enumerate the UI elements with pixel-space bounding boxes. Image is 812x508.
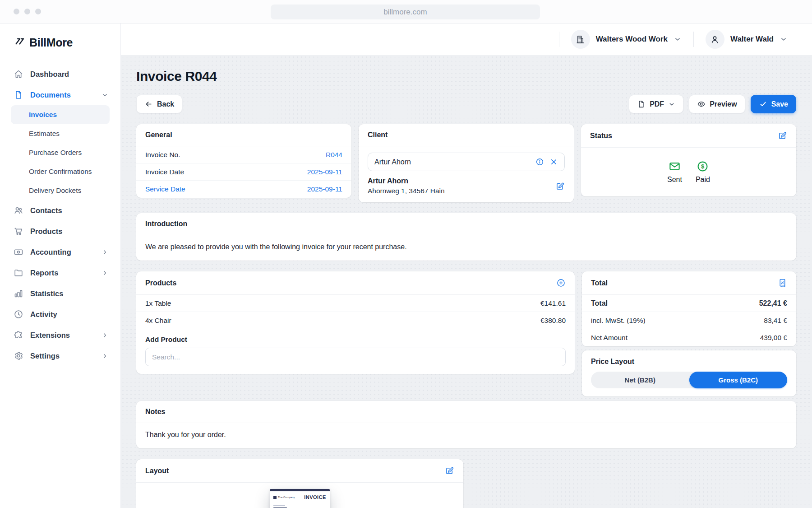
check-icon bbox=[759, 100, 767, 108]
sidebar-item-purchase-orders[interactable]: Purchase Orders bbox=[11, 143, 110, 162]
product-row[interactable]: 4x Chair €380.80 bbox=[136, 312, 575, 329]
invoice-template-thumbnail[interactable]: The Company INVOICE bbox=[270, 489, 330, 508]
status-badge-sent: Sent bbox=[667, 160, 682, 184]
invoice-date-value[interactable]: 2025-09-11 bbox=[307, 168, 342, 176]
status-card: Status Sent $ Paid bbox=[581, 124, 796, 196]
product-name: 4x Chair bbox=[145, 317, 171, 325]
eye-icon bbox=[697, 100, 706, 108]
preview-button[interactable]: Preview bbox=[689, 95, 745, 113]
company-switcher[interactable]: Walters Wood Work bbox=[559, 30, 693, 49]
receipt-percent-icon[interactable] bbox=[778, 278, 787, 288]
arrow-left-icon bbox=[144, 100, 153, 108]
vat-row: incl. MwSt. (19%) 83,41 € bbox=[582, 312, 796, 329]
user-menu[interactable]: Walter Wald bbox=[694, 30, 799, 49]
plus-circle-icon[interactable] bbox=[556, 278, 566, 288]
product-search-input[interactable] bbox=[145, 348, 566, 366]
introduction-card: Introduction We are pleased to provide y… bbox=[136, 213, 796, 261]
notes-card-title: Notes bbox=[136, 401, 796, 423]
introduction-card-title: Introduction bbox=[136, 213, 796, 235]
thumbnail-placeholder-text bbox=[273, 505, 326, 508]
chevron-right-icon bbox=[101, 248, 109, 256]
window-close-button[interactable] bbox=[14, 9, 19, 14]
product-price: €380.80 bbox=[540, 317, 566, 325]
sidebar-item-dashboard[interactable]: Dashboard bbox=[0, 64, 120, 84]
client-name: Artur Ahorn bbox=[368, 177, 445, 185]
sidebar-item-extensions[interactable]: Extensions bbox=[0, 325, 120, 345]
sidebar-item-order-confirmations[interactable]: Order Confirmations bbox=[11, 162, 110, 181]
sidebar-item-invoices[interactable]: Invoices bbox=[11, 105, 110, 124]
add-product-label: Add Product bbox=[136, 329, 575, 348]
toggle-option-net-b2b[interactable]: Net (B2B) bbox=[591, 372, 689, 388]
toolbar-actions: PDF Preview Save bbox=[629, 95, 796, 113]
introduction-text: We are pleased to provide you with the f… bbox=[136, 235, 796, 261]
company-avatar bbox=[571, 30, 590, 49]
net-amount-row: Net Amount 439,00 € bbox=[582, 329, 796, 346]
sidebar-item-documents[interactable]: Documents bbox=[0, 84, 120, 105]
banknote-icon bbox=[14, 247, 23, 257]
invoice-date-row: Invoice Date 2025-09-11 bbox=[136, 163, 351, 181]
invoice-no-row: Invoice No. R044 bbox=[136, 146, 351, 163]
document-icon bbox=[14, 90, 23, 100]
client-card-title: Client bbox=[359, 124, 574, 146]
sidebar-item-estimates[interactable]: Estimates bbox=[11, 124, 110, 143]
product-row[interactable]: 1x Table €141.61 bbox=[136, 295, 575, 312]
page-title: Invoice R044 bbox=[136, 69, 796, 84]
sidebar-item-activity[interactable]: Activity bbox=[0, 304, 120, 325]
cart-icon bbox=[14, 226, 23, 236]
notes-card: Notes Thank you for your order. bbox=[136, 401, 796, 448]
edit-icon[interactable] bbox=[445, 466, 454, 475]
window-maximize-button[interactable] bbox=[35, 9, 41, 14]
app-logo-text: BillMore bbox=[29, 36, 73, 49]
puzzle-icon bbox=[14, 330, 23, 340]
app-logo[interactable]: BillMore bbox=[0, 23, 120, 49]
service-date-value[interactable]: 2025-09-11 bbox=[307, 185, 342, 193]
chevron-right-icon bbox=[101, 352, 109, 360]
service-date-row: Service Date 2025-09-11 bbox=[136, 181, 351, 198]
url-bar[interactable]: billmore.com bbox=[271, 5, 540, 19]
thumbnail-invoice-title: INVOICE bbox=[304, 494, 326, 500]
file-icon bbox=[637, 100, 646, 108]
close-icon[interactable] bbox=[549, 158, 558, 166]
sidebar-item-contacts[interactable]: Contacts bbox=[0, 200, 120, 221]
sidebar-item-reports[interactable]: Reports bbox=[0, 262, 120, 283]
building-icon bbox=[576, 35, 585, 44]
gear-icon bbox=[14, 351, 23, 361]
sidebar-item-statistics[interactable]: Statistics bbox=[0, 283, 120, 304]
info-icon[interactable] bbox=[535, 158, 544, 166]
sidebar-item-products[interactable]: Products bbox=[0, 221, 120, 242]
total-row: Total 522,41 € bbox=[582, 295, 796, 312]
general-card-title: General bbox=[136, 124, 351, 146]
sidebar-item-settings[interactable]: Settings bbox=[0, 345, 120, 366]
edit-icon[interactable] bbox=[778, 131, 787, 140]
chevron-down-icon bbox=[780, 35, 788, 43]
total-card-title: Total bbox=[582, 271, 796, 295]
envelope-icon bbox=[669, 160, 681, 172]
window-controls bbox=[14, 9, 41, 14]
save-button[interactable]: Save bbox=[751, 95, 796, 113]
invoice-no-value[interactable]: R044 bbox=[326, 151, 342, 159]
window-minimize-button[interactable] bbox=[24, 9, 30, 14]
toggle-option-gross-b2c[interactable]: Gross (B2C) bbox=[689, 372, 788, 388]
dollar-circle-icon: $ bbox=[697, 160, 709, 172]
status-badges: Sent $ Paid bbox=[581, 148, 796, 196]
pdf-button[interactable]: PDF bbox=[629, 95, 683, 113]
invoice-date-label: Invoice Date bbox=[145, 168, 184, 176]
status-badge-paid: $ Paid bbox=[696, 160, 710, 184]
price-layout-card: Price Layout Net (B2B) Gross (B2C) bbox=[582, 350, 796, 396]
service-date-label[interactable]: Service Date bbox=[145, 185, 185, 193]
status-card-title: Status bbox=[581, 124, 796, 148]
sidebar-item-delivery-dockets[interactable]: Delivery Dockets bbox=[11, 181, 110, 200]
edit-icon[interactable] bbox=[555, 182, 565, 191]
person-icon bbox=[710, 35, 720, 44]
user-name: Walter Wald bbox=[730, 35, 774, 44]
back-button[interactable]: Back bbox=[136, 95, 182, 113]
products-card: Products 1x Table €141.61 4x Chair €380.… bbox=[136, 271, 575, 374]
client-address: Ahornweg 1, 34567 Hain bbox=[368, 187, 445, 195]
people-icon bbox=[14, 205, 23, 215]
sidebar-nav: Dashboard Documents Invoices Estimates P… bbox=[0, 64, 120, 366]
clock-icon bbox=[14, 309, 23, 319]
price-layout-title: Price Layout bbox=[591, 358, 787, 366]
sidebar-item-accounting[interactable]: Accounting bbox=[0, 242, 120, 262]
folder-icon bbox=[14, 268, 23, 278]
user-avatar bbox=[706, 30, 724, 49]
